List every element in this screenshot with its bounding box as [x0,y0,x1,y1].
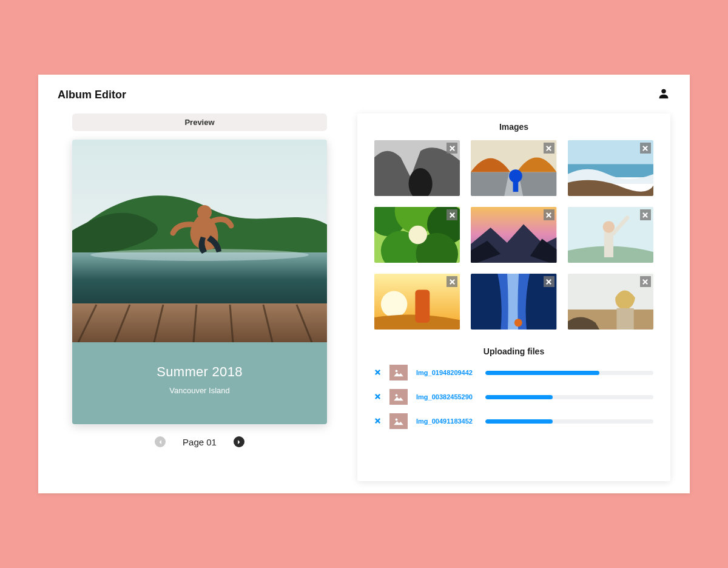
album-subtitle: Vancouver Island [78,386,321,395]
image-file-icon [389,365,408,380]
thumbnail[interactable] [471,274,556,330]
upload-progress [485,371,653,375]
close-icon[interactable] [640,209,651,220]
next-page-button[interactable] [234,436,244,447]
pager: Page 01 [72,436,327,447]
prev-page-button[interactable] [155,436,166,447]
svg-rect-36 [415,289,430,322]
thumbnail[interactable] [374,274,460,330]
svg-point-38 [514,319,522,326]
svg-point-44 [396,370,398,372]
svg-point-46 [396,418,398,421]
thumbnail[interactable] [374,140,460,196]
upload-filename: Img_00382455290 [416,393,477,401]
album-title: Summer 2018 [78,364,321,380]
upload-progress-bar [485,419,553,424]
album-cover-image [72,140,327,342]
thumbnail[interactable] [374,207,460,263]
svg-point-35 [381,291,407,317]
svg-point-0 [661,89,666,93]
close-icon[interactable] [640,276,651,287]
close-icon[interactable] [447,276,457,287]
thumbnail[interactable] [568,207,653,263]
cancel-upload-button[interactable] [374,416,381,427]
upload-filename: Img_00491183452 [416,418,477,425]
svg-rect-42 [616,308,633,330]
upload-progress-bar [485,395,553,399]
content: Preview [38,103,690,493]
uploads-title: Uploading files [374,347,653,356]
close-icon[interactable] [544,143,554,154]
header: Album Editor [38,75,690,103]
app-title: Album Editor [58,89,126,101]
svg-point-28 [409,226,427,244]
user-icon[interactable] [657,87,670,103]
upload-progress [485,419,653,424]
close-icon[interactable] [640,143,651,154]
upload-row: Img_01948209442 [374,365,653,380]
images-panel: Images [357,113,670,481]
upload-list: Img_01948209442 Img_00382455290 Img_0049… [374,365,653,438]
svg-rect-19 [513,181,519,192]
app-window: Album Editor Preview [38,75,690,493]
svg-point-45 [396,394,398,396]
album-card[interactable]: Summer 2018 Vancouver Island [72,140,327,424]
images-panel-title: Images [374,122,653,132]
image-file-icon [389,389,408,405]
svg-marker-4 [72,303,327,342]
cancel-upload-button[interactable] [374,367,381,378]
page-indicator: Page 01 [183,437,217,447]
thumbnail[interactable] [568,140,653,196]
upload-row: Img_00382455290 [374,389,653,405]
upload-row: Img_00491183452 [374,413,653,429]
close-icon[interactable] [447,143,457,154]
preview-label: Preview [72,113,327,131]
svg-point-3 [90,249,309,261]
album-meta: Summer 2018 Vancouver Island [72,342,327,424]
thumbnail[interactable] [568,274,653,330]
svg-point-18 [509,169,522,183]
image-file-icon [389,413,408,429]
close-icon[interactable] [544,276,554,287]
thumbnail[interactable] [471,207,556,263]
upload-filename: Img_01948209442 [416,369,477,376]
thumbnail-grid [374,140,653,330]
upload-progress [485,395,653,399]
cancel-upload-button[interactable] [374,391,381,402]
upload-progress-bar [485,371,599,375]
preview-column: Preview [72,113,327,481]
close-icon[interactable] [447,209,457,220]
thumbnail[interactable] [471,140,556,196]
close-icon[interactable] [544,209,554,220]
